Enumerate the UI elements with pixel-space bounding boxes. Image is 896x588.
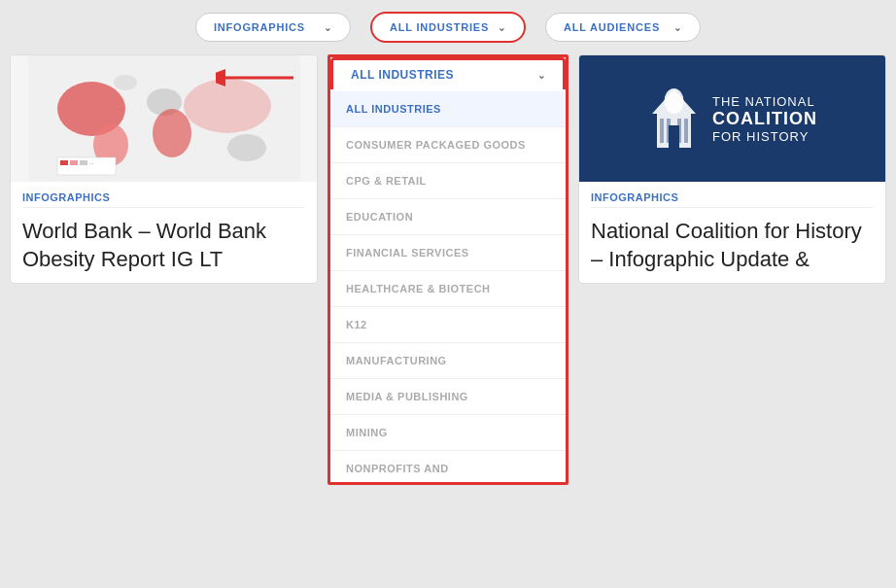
right-card-title: National Coalition for History – Infogra… [579,208,885,283]
infographics-chevron-icon: ⌄ [324,22,332,33]
infographics-filter-label: INFOGRAPHICS [214,21,305,33]
svg-rect-18 [660,119,664,143]
dropdown-item-nonprofits[interactable]: NONPROFITS AND [330,451,566,482]
all-industries-filter-label: ALL INDUSTRIES [390,21,489,33]
dropdown-item-all-industries[interactable]: ALL INDUSTRIES [330,91,566,127]
svg-rect-19 [667,119,671,143]
svg-rect-10 [57,157,116,175]
right-card-image: THE NATIONAL COALITION FOR HISTORY [579,55,885,182]
dropdown-item-media-publishing[interactable]: MEDIA & PUBLISHING [330,379,566,415]
org-line3: FOR HISTORY [712,129,817,144]
world-map-svg: ... [28,55,300,182]
left-column: ... INFOGRAPHICS World Bank – World Bank… [10,54,318,485]
dropdown-item-mining[interactable]: MINING [330,415,566,451]
center-column: ALL INDUSTRIES ⌄ ALL INDUSTRIES CONSUMER… [327,54,569,485]
dropdown-header-label: ALL INDUSTRIES [351,68,454,82]
svg-point-8 [227,134,266,161]
dropdown-header-chevron-icon: ⌄ [537,70,546,81]
dropdown-item-cpg-retail[interactable]: CPG & RETAIL [330,163,566,199]
svg-text:...: ... [89,159,93,165]
dropdown-item-manufacturing[interactable]: MANUFACTURING [330,343,566,379]
dropdown-header-button[interactable]: ALL INDUSTRIES ⌄ [330,57,566,89]
all-industries-chevron-icon: ⌄ [498,22,506,33]
left-card-title: World Bank – World Bank Obesity Report I… [11,208,317,283]
svg-rect-12 [70,160,78,165]
all-industries-filter-button[interactable]: ALL INDUSTRIES ⌄ [370,12,526,43]
svg-rect-13 [80,160,87,165]
svg-point-7 [184,79,271,133]
all-audiences-filter-button[interactable]: ALL AUDIENCES ⌄ [545,13,701,42]
org-line1: THE NATIONAL [712,94,817,109]
dropdown-item-consumer-packaged-goods[interactable]: CONSUMER PACKAGED GOODS [330,127,566,163]
left-card-category: INFOGRAPHICS [11,182,317,207]
infographics-filter-button[interactable]: INFOGRAPHICS ⌄ [195,13,351,42]
left-card: ... INFOGRAPHICS World Bank – World Bank… [10,54,318,284]
all-audiences-chevron-icon: ⌄ [673,22,682,33]
svg-point-22 [665,88,684,114]
building-icon-svg [647,85,701,153]
dropdown-item-healthcare-biotech[interactable]: HEALTHCARE & BIOTECH [330,271,566,307]
left-card-image: ... [11,55,317,182]
filter-bar: INFOGRAPHICS ⌄ ALL INDUSTRIES ⌄ ALL AUDI… [0,0,896,54]
svg-rect-20 [677,119,681,143]
dropdown-item-financial-services[interactable]: FINANCIAL SERVICES [330,235,566,271]
dropdown-item-k12[interactable]: K12 [330,307,566,343]
main-columns: ... INFOGRAPHICS World Bank – World Bank… [0,54,896,485]
svg-point-6 [153,109,191,157]
org-line2: COALITION [712,109,817,129]
industries-dropdown-panel: ALL INDUSTRIES ⌄ ALL INDUSTRIES CONSUMER… [327,54,569,485]
dropdown-item-education[interactable]: EDUCATION [330,199,566,235]
svg-rect-21 [684,119,688,143]
right-column: THE NATIONAL COALITION FOR HISTORY INFOG… [578,54,886,485]
right-card: THE NATIONAL COALITION FOR HISTORY INFOG… [578,54,886,284]
org-text-block: THE NATIONAL COALITION FOR HISTORY [712,94,817,144]
all-audiences-filter-label: ALL AUDIENCES [564,21,660,33]
svg-rect-11 [60,160,68,165]
svg-point-9 [114,75,137,90]
right-card-category: INFOGRAPHICS [579,182,885,207]
